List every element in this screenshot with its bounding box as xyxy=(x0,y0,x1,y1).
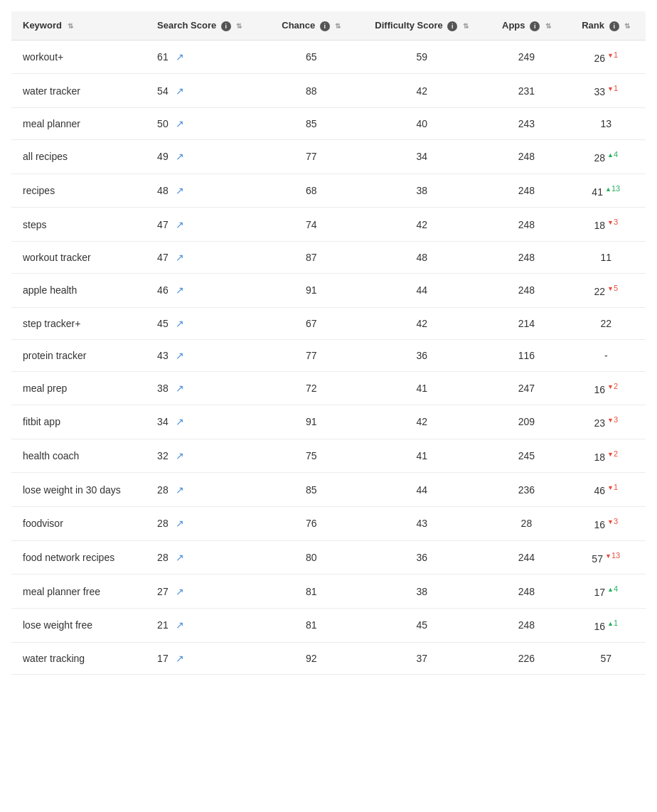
cell-keyword: steps xyxy=(11,208,146,242)
chart-trend-icon[interactable]: ↗ xyxy=(176,450,184,461)
difficulty-info-icon[interactable]: i xyxy=(447,21,457,31)
table-row: food network recipes28↗803624457 ▼13 xyxy=(11,540,646,575)
sort-apps-icon[interactable]: ⇅ xyxy=(545,22,551,30)
cell-apps: 247 xyxy=(486,371,566,405)
chart-trend-icon[interactable]: ↗ xyxy=(176,619,184,631)
table-row: all recipes49↗773424828 ▲4 xyxy=(11,139,646,173)
col-search-score[interactable]: Search Score i ⇅ xyxy=(146,11,266,40)
cell-search-score: 21↗ xyxy=(146,609,266,643)
chart-trend-icon[interactable]: ↗ xyxy=(176,350,184,361)
cell-search-score: 27↗ xyxy=(146,575,266,609)
cell-keyword: food network recipes xyxy=(11,540,146,575)
rank-value: 22 xyxy=(600,318,611,329)
cell-rank: 41 ▲13 xyxy=(567,173,646,208)
cell-search-score: 47↗ xyxy=(146,208,266,242)
rank-value: 16 xyxy=(594,519,605,530)
apps-info-icon[interactable]: i xyxy=(530,21,540,31)
rank-change-indicator: ▼1 xyxy=(605,483,618,491)
rank-value: 17 xyxy=(594,587,605,598)
cell-keyword: water tracking xyxy=(11,642,146,674)
rank-value: 23 xyxy=(594,417,605,429)
search-score-value: 32 xyxy=(157,450,169,461)
sort-search-score-icon[interactable]: ⇅ xyxy=(236,22,242,30)
cell-difficulty-score: 36 xyxy=(357,339,486,371)
chart-trend-icon[interactable]: ↗ xyxy=(176,284,184,296)
cell-apps: 209 xyxy=(486,405,566,439)
cell-rank: 57 xyxy=(567,642,646,674)
cell-rank: 26 ▼1 xyxy=(567,40,646,74)
chart-trend-icon[interactable]: ↗ xyxy=(176,653,184,664)
chart-trend-icon[interactable]: ↗ xyxy=(176,318,184,329)
sort-difficulty-icon[interactable]: ⇅ xyxy=(463,22,469,30)
rank-value: 16 xyxy=(594,383,605,395)
rank-change-indicator: ▲13 xyxy=(603,184,620,193)
chart-trend-icon[interactable]: ↗ xyxy=(176,518,184,529)
col-apps[interactable]: Apps i ⇅ xyxy=(486,11,566,40)
search-score-info-icon[interactable]: i xyxy=(221,21,231,31)
table-row: lose weight free21↗814524816 ▲1 xyxy=(11,609,646,643)
col-keyword[interactable]: Keyword ⇅ xyxy=(11,11,146,40)
cell-apps: 248 xyxy=(486,241,566,273)
cell-difficulty-score: 34 xyxy=(357,139,486,173)
chart-trend-icon[interactable]: ↗ xyxy=(176,219,184,230)
sort-chance-icon[interactable]: ⇅ xyxy=(335,22,341,30)
cell-chance: 77 xyxy=(266,139,357,173)
col-rank[interactable]: Rank i ⇅ xyxy=(567,11,646,40)
cell-difficulty-score: 41 xyxy=(357,439,486,473)
keywords-table: Keyword ⇅ Search Score i ⇅ Chance i ⇅ Di… xyxy=(11,11,646,675)
cell-chance: 76 xyxy=(266,507,357,541)
rank-change-indicator: ▼3 xyxy=(605,517,618,525)
chart-trend-icon[interactable]: ↗ xyxy=(176,252,184,263)
chart-trend-icon[interactable]: ↗ xyxy=(176,85,184,97)
chart-trend-icon[interactable]: ↗ xyxy=(176,185,184,196)
rank-info-icon[interactable]: i xyxy=(609,21,619,31)
cell-difficulty-score: 41 xyxy=(357,371,486,405)
chart-trend-icon[interactable]: ↗ xyxy=(176,383,184,394)
chart-trend-icon[interactable]: ↗ xyxy=(176,118,184,129)
cell-search-score: 45↗ xyxy=(146,307,266,339)
cell-difficulty-score: 40 xyxy=(357,107,486,139)
cell-search-score: 54↗ xyxy=(146,74,266,108)
cell-difficulty-score: 42 xyxy=(357,208,486,242)
chance-info-icon[interactable]: i xyxy=(320,21,330,31)
sort-rank-icon[interactable]: ⇅ xyxy=(624,22,630,30)
cell-search-score: 38↗ xyxy=(146,371,266,405)
col-difficulty-score[interactable]: Difficulty Score i ⇅ xyxy=(357,11,486,40)
cell-keyword: fitbit app xyxy=(11,405,146,439)
cell-chance: 87 xyxy=(266,241,357,273)
search-score-value: 27 xyxy=(157,586,169,597)
table-row: step tracker+45↗674221422 xyxy=(11,307,646,339)
cell-rank: 17 ▲4 xyxy=(567,575,646,609)
chart-trend-icon[interactable]: ↗ xyxy=(176,552,184,563)
cell-chance: 81 xyxy=(266,575,357,609)
cell-chance: 88 xyxy=(266,74,357,108)
table-row: steps47↗744224818 ▼3 xyxy=(11,208,646,242)
cell-apps: 249 xyxy=(486,40,566,74)
cell-chance: 77 xyxy=(266,339,357,371)
col-chance[interactable]: Chance i ⇅ xyxy=(266,11,357,40)
table-row: protein tracker43↗7736116- xyxy=(11,339,646,371)
cell-apps: 116 xyxy=(486,339,566,371)
cell-apps: 214 xyxy=(486,307,566,339)
cell-rank: 13 xyxy=(567,107,646,139)
table-row: meal prep38↗724124716 ▼2 xyxy=(11,371,646,405)
rank-value: 16 xyxy=(594,621,605,632)
table-row: health coach32↗754124518 ▼2 xyxy=(11,439,646,473)
chart-trend-icon[interactable]: ↗ xyxy=(176,586,184,597)
table-container: Keyword ⇅ Search Score i ⇅ Chance i ⇅ Di… xyxy=(0,0,657,686)
cell-difficulty-score: 38 xyxy=(357,173,486,208)
search-score-value: 17 xyxy=(157,653,169,664)
chart-trend-icon[interactable]: ↗ xyxy=(176,151,184,162)
cell-difficulty-score: 59 xyxy=(357,40,486,74)
sort-keyword-icon[interactable]: ⇅ xyxy=(68,22,73,30)
cell-apps: 28 xyxy=(486,507,566,541)
rank-value: 57 xyxy=(592,552,603,564)
cell-chance: 85 xyxy=(266,473,357,507)
rank-arrow-icon: ▼ xyxy=(607,518,614,525)
chart-trend-icon[interactable]: ↗ xyxy=(176,416,184,427)
chart-trend-icon[interactable]: ↗ xyxy=(176,484,184,496)
cell-apps: 248 xyxy=(486,273,566,307)
chart-trend-icon[interactable]: ↗ xyxy=(176,51,184,63)
cell-difficulty-score: 42 xyxy=(357,74,486,108)
rank-arrow-icon: ▼ xyxy=(607,451,614,458)
